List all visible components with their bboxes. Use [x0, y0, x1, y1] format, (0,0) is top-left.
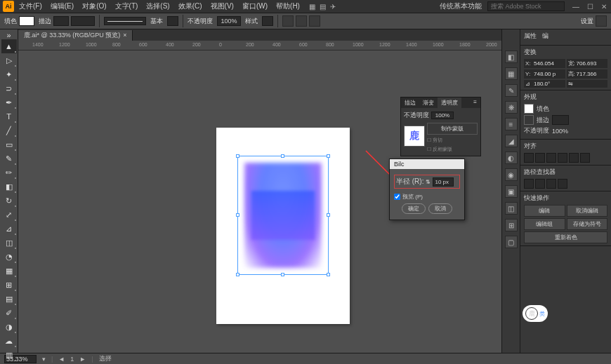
transparency-panel-icon[interactable]: ◐ [505, 151, 518, 164]
tool-magic-wand[interactable]: ✦ [1, 67, 17, 81]
edit-button[interactable]: 编辑 [524, 205, 565, 217]
layers-panel-icon[interactable]: ◫ [505, 202, 518, 215]
menu-file[interactable]: 文件(F) [15, 1, 46, 12]
artboards-panel-icon[interactable]: ▢ [505, 236, 518, 248]
brushes-panel-icon[interactable]: ✎ [505, 84, 518, 97]
tp-thumbnail[interactable]: 鹿 [404, 126, 425, 147]
radius-input[interactable] [433, 177, 454, 187]
tool-type[interactable]: T [1, 109, 17, 123]
artboard-nav-prev[interactable]: ◄ [58, 356, 65, 363]
menu-effect[interactable]: 效果(C) [175, 1, 206, 12]
tool-brush[interactable]: ✎ [1, 151, 17, 166]
maximize-button[interactable]: ☐ [586, 3, 594, 11]
edit-group-button[interactable]: 编辑组 [524, 218, 565, 230]
tab-gradient[interactable]: 渐变 [419, 97, 438, 108]
stock-icon[interactable]: ▤ [320, 3, 326, 11]
tool-graph[interactable]: ▥ [1, 348, 17, 362]
document-tab[interactable]: 鹿.ai* @ 33.33% (RGB/GPU 预览) × [18, 30, 133, 41]
arrange-icon[interactable]: ✈ [330, 3, 336, 11]
tool-line[interactable]: ╱ [1, 123, 17, 137]
tab-transparency[interactable]: 透明度 [438, 97, 461, 108]
chevron-down-icon[interactable]: ▾ [42, 356, 46, 363]
tool-direct-select[interactable]: ▷ [1, 53, 17, 67]
menu-select[interactable]: 选择(S) [143, 1, 173, 12]
tool-pen[interactable]: ✒ [1, 95, 17, 109]
handle-bl[interactable] [236, 273, 239, 276]
appear-opacity-value[interactable]: 100% [552, 128, 568, 135]
transform-x[interactable]: 546.054 [534, 60, 564, 67]
close-button[interactable]: ✕ [600, 3, 608, 11]
pf-minus-icon[interactable] [535, 179, 545, 189]
doc-setup-button[interactable]: 设置 [581, 17, 593, 26]
pf-intersect-icon[interactable] [546, 179, 556, 189]
tool-pencil[interactable]: ✏ [1, 166, 17, 180]
stroke-swatch[interactable] [53, 16, 69, 26]
transform-angle[interactable]: 180.0° [534, 81, 564, 87]
graphic-styles-panel-icon[interactable]: ▣ [505, 185, 518, 198]
appear-stroke-weight[interactable] [552, 115, 569, 125]
save-symbol-button[interactable]: 存储为符号 [567, 218, 608, 230]
handle-l[interactable] [236, 213, 239, 217]
panel-menu-icon[interactable]: ≡ [470, 97, 480, 108]
tool-gradient[interactable]: ▤ [1, 292, 17, 306]
align-vcenter-icon[interactable] [569, 153, 579, 163]
preview-checkbox[interactable] [394, 194, 400, 200]
menu-edit[interactable]: 编辑(E) [47, 1, 77, 12]
appear-stroke-swatch[interactable] [524, 115, 534, 125]
bridge-icon[interactable]: ▦ [309, 3, 315, 11]
search-input[interactable] [487, 1, 565, 11]
tool-scale[interactable]: ⤢ [1, 208, 17, 222]
workspace-switcher[interactable]: 传统基本功能 [435, 1, 486, 12]
align-top-icon[interactable] [558, 153, 567, 163]
tool-width[interactable]: ⊿ [1, 222, 17, 236]
handle-tr[interactable] [327, 154, 330, 158]
align-left-icon[interactable] [524, 153, 534, 163]
opacity-input[interactable] [217, 16, 241, 26]
transform-icon[interactable] [296, 15, 307, 27]
swatches-panel-icon[interactable]: ▦ [505, 67, 518, 80]
symbols-panel-icon[interactable]: ❋ [505, 101, 518, 114]
menu-help[interactable]: 帮助(H) [272, 1, 303, 12]
asset-panel-icon[interactable]: ⊞ [505, 219, 518, 231]
tool-selection[interactable]: ▲ [1, 39, 17, 53]
make-mask-button[interactable]: 制作蒙版 [427, 123, 478, 135]
artboard-nav-next[interactable]: ► [79, 356, 86, 363]
handle-t[interactable] [281, 154, 284, 158]
tool-symbol-spray[interactable]: ☁ [1, 334, 17, 348]
menu-object[interactable]: 对象(O) [79, 1, 110, 12]
stroke-weight-input[interactable] [71, 16, 95, 26]
menu-window[interactable]: 窗口(W) [239, 1, 271, 12]
transform-h[interactable]: 717.366 [577, 71, 607, 77]
tool-lasso[interactable]: ⊃ [1, 81, 17, 95]
tool-blend[interactable]: ◑ [1, 320, 17, 334]
appearance-panel-icon[interactable]: ◉ [505, 168, 518, 181]
minimize-button[interactable]: — [572, 3, 580, 11]
tool-eraser[interactable]: ◧ [1, 180, 17, 194]
brush-dropdown[interactable] [167, 16, 178, 26]
pf-exclude-icon[interactable] [558, 179, 567, 189]
stroke-profile[interactable] [104, 17, 146, 25]
tool-rectangle[interactable]: ▭ [1, 137, 17, 151]
stroke-panel-icon[interactable]: ≡ [505, 118, 518, 130]
align-right-icon[interactable] [546, 153, 556, 163]
handle-r[interactable] [327, 213, 330, 217]
collapse-icon[interactable]: » [1, 31, 17, 39]
handle-tl[interactable] [236, 154, 239, 158]
tab-stroke[interactable]: 描边 [401, 97, 419, 108]
align-bottom-icon[interactable] [580, 153, 590, 163]
cancel-edit-button[interactable]: 取消编辑 [567, 205, 608, 217]
prefs-icon[interactable] [596, 15, 607, 27]
appear-fill-swatch[interactable] [524, 104, 534, 114]
ok-button[interactable]: 确定 [402, 203, 426, 214]
menu-view[interactable]: 视图(V) [207, 1, 237, 12]
tool-rotate[interactable]: ↻ [1, 194, 17, 208]
handle-br[interactable] [327, 273, 330, 276]
tool-free-transform[interactable]: ◫ [1, 236, 17, 250]
align-hcenter-icon[interactable] [535, 153, 545, 163]
menu-type[interactable]: 文字(T) [112, 1, 142, 12]
tool-perspective[interactable]: ▦ [1, 264, 17, 278]
pf-unite-icon[interactable] [524, 179, 534, 189]
isolate-icon[interactable] [309, 15, 320, 27]
tool-eyedropper[interactable]: ✐ [1, 306, 17, 320]
transform-y[interactable]: 748.00 p [534, 71, 564, 77]
